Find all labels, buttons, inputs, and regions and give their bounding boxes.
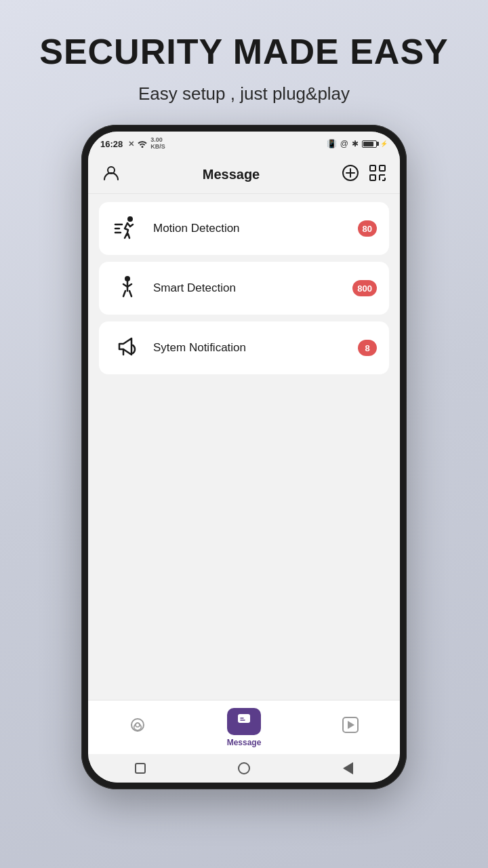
status-time: 16:28 ✕ 3.00KB/S <box>100 137 165 151</box>
home-button[interactable] <box>237 761 251 776</box>
nav-item-play[interactable] <box>341 715 360 739</box>
header-title: Message <box>203 167 260 182</box>
camera-icon <box>128 715 147 739</box>
message-list: Motion Detection 80 Smart Detection <box>88 194 400 700</box>
phone-frame: 16:28 ✕ 3.00KB/S 📳 @ ✱ ⚡ <box>81 125 407 789</box>
back-button[interactable] <box>133 761 148 776</box>
message-icon <box>237 712 251 731</box>
profile-button[interactable] <box>102 163 121 186</box>
play-icon <box>341 715 360 739</box>
message-nav-label: Message <box>227 738 262 747</box>
smart-detection-label: Smart Detection <box>153 281 343 295</box>
message-nav-bg <box>227 708 261 735</box>
scan-button[interactable] <box>369 164 386 186</box>
svg-rect-19 <box>238 714 250 723</box>
charge-icon: ⚡ <box>380 140 388 147</box>
smart-detection-badge: 800 <box>352 280 377 296</box>
smart-detection-icon <box>111 272 144 304</box>
system-notification-icon <box>111 332 144 364</box>
phone-screen: 16:28 ✕ 3.00KB/S 📳 @ ✱ ⚡ <box>88 132 400 783</box>
svg-rect-4 <box>370 165 375 171</box>
system-nav-bar <box>88 754 400 783</box>
bluetooth-icon: ✱ <box>352 139 359 149</box>
list-item[interactable]: Smart Detection 800 <box>99 262 389 315</box>
motion-detection-label: Motion Detection <box>153 222 348 235</box>
recent-button[interactable] <box>340 761 355 776</box>
nav-item-camera[interactable] <box>128 715 147 739</box>
svg-rect-5 <box>380 165 385 171</box>
x-icon: ✕ <box>128 140 134 149</box>
add-button[interactable] <box>342 164 359 186</box>
list-item[interactable]: Motion Detection 80 <box>99 202 389 255</box>
battery-icon <box>362 140 377 148</box>
motion-detection-icon <box>111 212 144 245</box>
wifi-icon <box>137 139 148 149</box>
vibrate-icon: 📳 <box>327 139 337 149</box>
list-item[interactable]: Sytem Notification 8 <box>99 321 389 374</box>
status-bar: 16:28 ✕ 3.00KB/S 📳 @ ✱ ⚡ <box>88 132 400 156</box>
svg-point-17 <box>131 719 144 731</box>
svg-rect-6 <box>370 175 375 180</box>
nav-item-message[interactable]: Message <box>227 708 262 747</box>
subheadline: Easy setup , just plug&play <box>138 83 350 104</box>
at-icon: @ <box>340 139 348 149</box>
svg-point-11 <box>127 216 133 222</box>
status-icons: 📳 @ ✱ ⚡ <box>327 139 388 149</box>
app-header: Message <box>88 156 400 194</box>
svg-marker-21 <box>348 721 354 729</box>
system-notification-label: Sytem Notification <box>153 341 348 355</box>
svg-point-18 <box>136 723 140 727</box>
bottom-nav: Message <box>88 700 400 754</box>
system-notification-badge: 8 <box>358 340 377 356</box>
data-speed: 3.00KB/S <box>150 137 165 151</box>
headline: SECURITY MADE EASY <box>12 33 476 71</box>
motion-detection-badge: 80 <box>358 220 377 237</box>
